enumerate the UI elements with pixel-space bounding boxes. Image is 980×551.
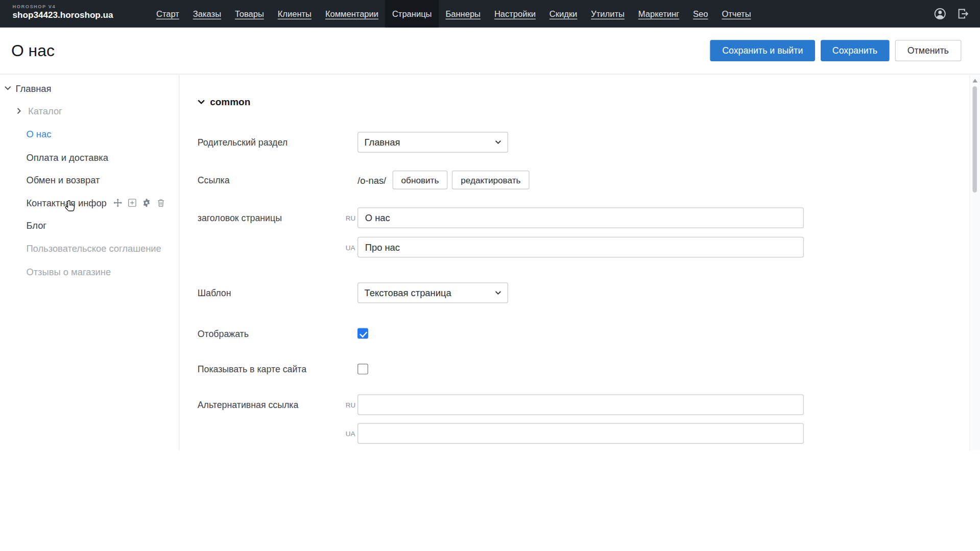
save-button[interactable]: Сохранить xyxy=(821,40,890,61)
tree-item-catalog[interactable]: Каталог xyxy=(0,100,179,123)
sitemap-label: Показывать в карте сайта xyxy=(198,364,346,374)
sitemap-checkbox[interactable] xyxy=(357,364,368,374)
account-icon[interactable] xyxy=(933,7,947,20)
page-edit-form: common Родительский раздел Главная Ссылк… xyxy=(180,75,969,450)
chevron-right-icon[interactable] xyxy=(17,108,25,114)
parent-section-label: Родительский раздел xyxy=(198,137,346,148)
link-controls: /o-nas/ обновить редактировать xyxy=(357,171,529,189)
page-title-ua-input[interactable] xyxy=(357,237,804,257)
header-actions: Сохранить и выйти Сохранить Отменить xyxy=(710,40,980,61)
section-title: common xyxy=(210,96,250,107)
tree-item-label: Каталог xyxy=(28,106,62,116)
nav-item-clients[interactable]: Клиенты xyxy=(271,0,318,28)
logout-icon[interactable] xyxy=(957,7,970,20)
tree-item-user-agreement[interactable]: Пользовательское соглашение xyxy=(0,237,179,260)
tree-item-store-reviews[interactable]: Отзывы о магазине xyxy=(0,260,179,283)
template-label: Шаблон xyxy=(198,288,346,298)
nav-item-start[interactable]: Старт xyxy=(150,0,186,28)
tree-item-blog[interactable]: Блог xyxy=(0,214,179,237)
alt-link-label: Альтернативная ссылка xyxy=(198,400,346,410)
topbar-icons xyxy=(933,0,980,28)
display-checkbox[interactable] xyxy=(357,328,368,339)
tree-item-home[interactable]: Главная xyxy=(0,77,179,100)
page-title-ru-input[interactable] xyxy=(357,207,804,228)
select-value: Главная xyxy=(365,137,400,148)
lang-tag-ru: RU xyxy=(346,401,357,409)
alt-link-ua-input[interactable] xyxy=(357,423,804,444)
page-title-label: заголовок страницы xyxy=(198,213,346,223)
tree-item-exchange-return[interactable]: Обмен и возврат xyxy=(0,169,179,191)
nav-item-seo[interactable]: Seo xyxy=(686,0,715,28)
lang-tag-ua: UA xyxy=(346,429,357,437)
display-label: Отображать xyxy=(198,328,346,339)
nav-item-discounts[interactable]: Скидки xyxy=(542,0,584,28)
nav-item-marketing[interactable]: Маркетинг xyxy=(631,0,686,28)
alt-link-ru-input[interactable] xyxy=(357,394,804,415)
refresh-link-button[interactable]: обновить xyxy=(392,171,447,189)
edit-link-button[interactable]: редактировать xyxy=(452,171,529,189)
save-and-exit-button[interactable]: Сохранить и выйти xyxy=(710,40,815,61)
nav-item-comments[interactable]: Комментарии xyxy=(318,0,385,28)
nav-item-settings[interactable]: Настройки xyxy=(487,0,542,28)
tree-item-label: О нас xyxy=(26,129,51,139)
top-nav: Старт Заказы Товары Клиенты Комментарии … xyxy=(150,0,758,28)
tree-item-label: Блог xyxy=(26,220,46,231)
select-value: Текстовая страница xyxy=(365,288,451,298)
nav-item-products[interactable]: Товары xyxy=(228,0,271,28)
page-title: О нас xyxy=(11,41,55,60)
nav-item-banners[interactable]: Баннеры xyxy=(439,0,487,28)
brand-version-label: HOROSHOP V4 xyxy=(12,4,140,9)
section-common[interactable]: common xyxy=(198,96,970,107)
lang-tag-ru: RU xyxy=(346,214,357,222)
settings-icon[interactable] xyxy=(141,198,151,207)
cancel-button[interactable]: Отменить xyxy=(895,40,961,61)
sidebar-tree: Главная Каталог О нас Оплата и доставка … xyxy=(0,75,179,450)
tree-item-label: Отзывы о магазине xyxy=(26,266,111,277)
chevron-down-icon[interactable] xyxy=(5,86,13,91)
tree-item-payment-delivery[interactable]: Оплата и доставка xyxy=(0,146,179,169)
move-icon[interactable] xyxy=(113,198,122,207)
nav-item-utilities[interactable]: Утилиты xyxy=(584,0,632,28)
brand[interactable]: HOROSHOP V4 shop34423.horoshop.ua xyxy=(0,0,140,28)
chevron-down-icon xyxy=(495,140,501,145)
tree-item-actions xyxy=(113,198,165,207)
chevron-down-icon xyxy=(495,291,501,295)
link-path: /o-nas/ xyxy=(357,175,386,185)
brand-domain-label: shop34423.horoshop.ua xyxy=(12,10,140,20)
delete-icon[interactable] xyxy=(156,198,165,207)
parent-section-select[interactable]: Главная xyxy=(357,132,508,152)
tree-item-about-us[interactable]: О нас xyxy=(0,123,179,146)
page-header: О нас Сохранить и выйти Сохранить Отмени… xyxy=(0,28,980,75)
tree-item-label: Главная xyxy=(16,83,52,94)
link-label: Ссылка xyxy=(198,175,346,185)
nav-item-reports[interactable]: Отчеты xyxy=(715,0,758,28)
tree-item-label: Контактная инфор xyxy=(26,197,106,208)
scrollbar-up-arrow[interactable] xyxy=(972,79,977,82)
tree-item-label: Оплата и доставка xyxy=(26,152,108,162)
nav-item-orders[interactable]: Заказы xyxy=(186,0,228,28)
app: HOROSHOP V4 shop34423.horoshop.ua Старт … xyxy=(0,0,980,450)
topbar: HOROSHOP V4 shop34423.horoshop.ua Старт … xyxy=(0,0,980,28)
tree-item-label: Обмен и возврат xyxy=(26,175,100,185)
lang-tag-ua: UA xyxy=(346,244,357,251)
template-select[interactable]: Текстовая страница xyxy=(357,282,508,303)
add-page-icon[interactable] xyxy=(127,198,136,207)
tree-item-label: Пользовательское соглашение xyxy=(26,243,161,254)
tree-item-contact-info[interactable]: Контактная инфор xyxy=(0,191,179,214)
nav-item-pages[interactable]: Страницы xyxy=(385,0,439,28)
vertical-scrollbar[interactable] xyxy=(969,75,980,450)
chevron-down-icon xyxy=(198,100,205,105)
scrollbar-thumb[interactable] xyxy=(972,86,977,193)
